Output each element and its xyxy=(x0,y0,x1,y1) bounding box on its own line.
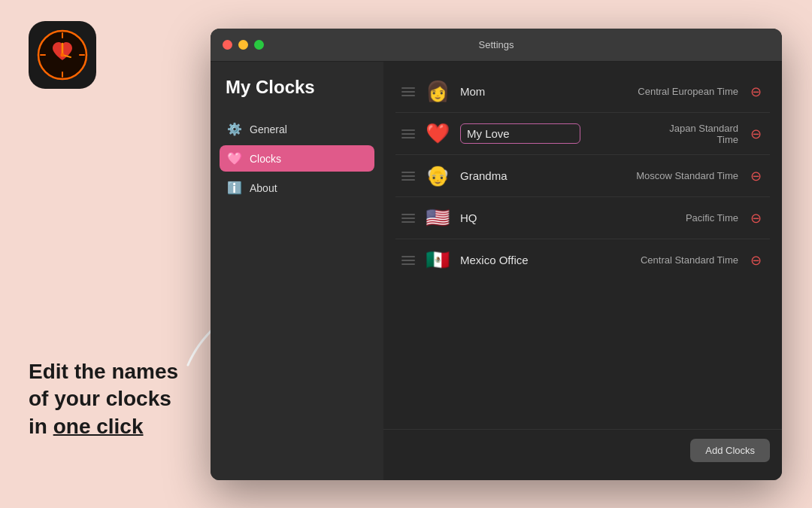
gear-icon: ⚙️ xyxy=(227,122,242,136)
promo-text: Edit the names of your clocks in one cli… xyxy=(29,358,178,440)
drag-handle[interactable] xyxy=(401,256,415,265)
window-title: Settings xyxy=(479,39,514,50)
svg-point-7 xyxy=(61,53,65,57)
info-icon: ℹ️ xyxy=(227,181,242,195)
clock-row: 👩 Mom Central European Time ⊖ xyxy=(395,71,770,113)
clock-timezone: Central European Time xyxy=(604,86,738,97)
clock-name[interactable]: Mom xyxy=(460,85,595,98)
clock-timezone: Moscow Standard Time xyxy=(604,170,738,181)
sidebar-item-clocks[interactable]: 🩷 Clocks xyxy=(220,145,374,172)
sidebar-item-about[interactable]: ℹ️ About xyxy=(220,175,374,201)
window-body: My Clocks ⚙️ General 🩷 Clocks ℹ️ About xyxy=(211,62,782,480)
clock-name[interactable]: Grandma xyxy=(460,169,595,182)
promo-line1: Edit the names xyxy=(29,358,178,385)
clock-row: 🇲🇽 Mexico Office Central Standard Time ⊖ xyxy=(395,239,770,281)
clock-row: ❤️ Japan StandardTime ⊖ xyxy=(395,113,770,155)
remove-clock-button[interactable]: ⊖ xyxy=(747,254,764,267)
heart-icon: 🩷 xyxy=(227,151,242,166)
remove-clock-button[interactable]: ⊖ xyxy=(747,127,764,141)
clock-emoji: ❤️ xyxy=(424,122,451,145)
clock-timezone: Japan StandardTime xyxy=(589,123,738,145)
settings-window: Settings My Clocks ⚙️ General 🩷 Clocks ℹ… xyxy=(211,29,782,480)
clock-emoji: 👴 xyxy=(424,164,451,187)
clock-emoji: 🇲🇽 xyxy=(424,248,451,272)
sidebar-item-general[interactable]: ⚙️ General xyxy=(220,116,374,142)
title-bar: Settings xyxy=(211,29,782,62)
clock-timezone: Central Standard Time xyxy=(604,254,738,266)
drag-handle[interactable] xyxy=(401,172,415,181)
drag-handle[interactable] xyxy=(401,87,415,96)
about-label: About xyxy=(250,182,277,194)
clock-emoji: 👩 xyxy=(424,80,451,103)
promo-line2: of your clocks xyxy=(29,385,178,412)
remove-clock-button[interactable]: ⊖ xyxy=(747,169,764,183)
remove-clock-button[interactable]: ⊖ xyxy=(747,211,764,225)
bottom-bar: Add Clocks xyxy=(383,429,782,471)
clocks-list: 👩 Mom Central European Time ⊖ ❤️ Japan S… xyxy=(383,71,782,429)
sidebar: My Clocks ⚙️ General 🩷 Clocks ℹ️ About xyxy=(211,62,383,480)
close-button[interactable] xyxy=(223,40,232,50)
maximize-button[interactable] xyxy=(254,40,264,50)
window-controls xyxy=(223,40,264,50)
clocks-label: Clocks xyxy=(250,153,281,165)
promo-line3: in one click xyxy=(29,413,178,440)
clock-name-input[interactable] xyxy=(460,123,580,144)
remove-clock-button[interactable]: ⊖ xyxy=(747,85,764,99)
add-clocks-button[interactable]: Add Clocks xyxy=(690,439,770,462)
clock-row: 👴 Grandma Moscow Standard Time ⊖ xyxy=(395,155,770,197)
main-content: 👩 Mom Central European Time ⊖ ❤️ Japan S… xyxy=(383,62,782,480)
clock-name[interactable]: Mexico Office xyxy=(460,254,595,266)
general-label: General xyxy=(250,123,287,135)
drag-handle[interactable] xyxy=(401,214,415,223)
clock-name[interactable]: HQ xyxy=(460,211,595,224)
clock-emoji: 🇺🇸 xyxy=(424,206,451,230)
app-icon xyxy=(29,21,96,89)
clock-timezone: Pacific Time xyxy=(604,212,738,224)
drag-handle[interactable] xyxy=(401,129,415,138)
clock-row: 🇺🇸 HQ Pacific Time ⊖ xyxy=(395,197,770,239)
minimize-button[interactable] xyxy=(238,40,248,50)
sidebar-title: My Clocks xyxy=(220,77,374,98)
